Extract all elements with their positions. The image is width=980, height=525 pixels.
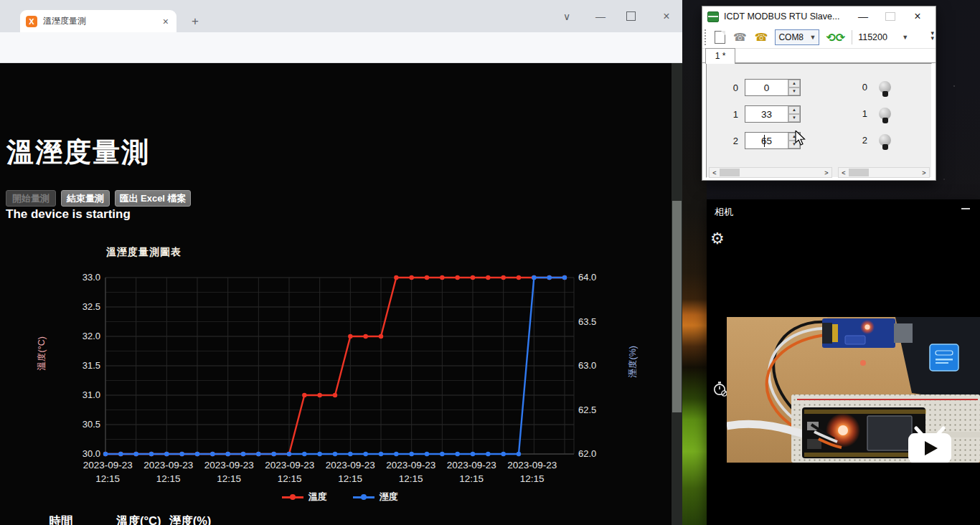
spin-down-arrow[interactable]: ▼ xyxy=(788,114,800,122)
axis-tick: 30.5 xyxy=(67,419,100,430)
table-header-row: 時間溫度(°C)溼度(%) xyxy=(7,512,222,525)
x-axis-ticks: 2023-09-2312:152023-09-2312:152023-09-23… xyxy=(77,458,562,486)
right-axis-ticks: 64.063.563.062.562.0 xyxy=(578,278,611,454)
registers-scrollbar[interactable]: < > xyxy=(709,167,832,178)
tab-close-icon[interactable]: × xyxy=(161,16,171,27)
data-point xyxy=(394,275,398,280)
data-point xyxy=(164,452,169,456)
browser-toolbar: ← → ⟳ ⌂ ▲ 不安全 192.168.0.102/20230921esp3… xyxy=(0,32,682,63)
data-point xyxy=(256,452,260,456)
baud-rate-select[interactable]: 115200 ▼ xyxy=(858,32,908,42)
axis-tick: 64.0 xyxy=(578,272,611,283)
register-value[interactable]: 0 xyxy=(745,82,788,93)
axis-tick: 2023-09-2312:15 xyxy=(260,458,321,486)
modbus-maximize-button[interactable] xyxy=(885,12,895,21)
legend-item[interactable]: 溼度 xyxy=(353,491,398,503)
camera-minimize-button[interactable] xyxy=(961,208,970,209)
new-tab-button[interactable]: + xyxy=(188,14,202,29)
window-minimize-button[interactable]: — xyxy=(590,9,611,24)
register-address: 1 xyxy=(710,109,738,120)
window-maximize-button[interactable] xyxy=(626,11,636,21)
data-point xyxy=(241,452,245,456)
spinner-buttons[interactable]: ▲▼ xyxy=(788,80,800,95)
modbus-close-button[interactable]: × xyxy=(905,10,930,23)
scroll-right-arrow[interactable]: > xyxy=(919,169,929,176)
scrollbar-thumb[interactable] xyxy=(720,169,740,176)
scroll-left-arrow[interactable]: < xyxy=(839,169,849,176)
browser-tab[interactable]: 溫溼度量測 × xyxy=(20,10,176,32)
axis-tick: 31.5 xyxy=(67,360,100,371)
com-dropdown-arrow: ▼ xyxy=(809,34,816,41)
data-point xyxy=(149,452,154,456)
refresh-ports-icon[interactable]: ⟲⟳ xyxy=(826,31,845,44)
data-point xyxy=(501,275,505,280)
spin-up-arrow[interactable]: ▲ xyxy=(788,106,800,114)
data-point xyxy=(425,452,429,456)
page-scrollbar-thumb[interactable] xyxy=(672,201,682,412)
chart-title: 溫溼度量測圖表 xyxy=(106,246,182,259)
window-close-button[interactable]: × xyxy=(656,9,677,24)
data-point xyxy=(379,334,383,339)
legend-label: 溼度 xyxy=(380,491,398,503)
register-value-input[interactable]: 65▲▼ xyxy=(745,132,801,149)
camera-window-title: 相机 xyxy=(715,206,733,219)
register-value-input[interactable]: 0▲▼ xyxy=(745,79,801,96)
data-point xyxy=(455,452,459,456)
export-excel-button[interactable]: 匯出 Excel 檔案 xyxy=(115,190,191,207)
data-point xyxy=(133,452,138,456)
start-measure-button[interactable]: 開始量測 xyxy=(6,190,56,207)
axis-tick: 31.0 xyxy=(67,389,100,400)
slave-tab-1[interactable]: 1 * xyxy=(705,48,735,64)
data-point xyxy=(225,452,230,456)
baud-dropdown-arrow: ▼ xyxy=(902,34,908,41)
modbus-slave-window: ICDT MODBUS RTU Slave... — × ☎ ☎ COM8 ▼ … xyxy=(702,6,936,181)
x-tick-date: 2023-09-23 xyxy=(260,458,321,472)
toolbar-overflow-icon[interactable]: ▾▾ xyxy=(930,31,934,41)
modbus-minimize-button[interactable]: — xyxy=(851,11,875,22)
stop-measure-button[interactable]: 結束量測 xyxy=(61,190,110,207)
data-point xyxy=(379,452,383,456)
data-point xyxy=(440,275,444,280)
data-point xyxy=(532,275,536,280)
new-document-icon[interactable] xyxy=(715,31,725,44)
data-point xyxy=(562,275,567,280)
text-caret xyxy=(764,135,765,147)
register-value[interactable]: 65 xyxy=(745,136,788,146)
register-value-input[interactable]: 33▲▼ xyxy=(745,105,801,123)
scroll-right-arrow[interactable]: > xyxy=(821,169,831,176)
tv-watermark-icon xyxy=(908,426,952,463)
modbus-window-title: ICDT MODBUS RTU Slave... xyxy=(724,11,851,22)
coil-address: 0 xyxy=(857,82,867,93)
disconnect-phone-icon[interactable]: ☎ xyxy=(733,31,747,44)
scroll-left-arrow[interactable]: < xyxy=(710,169,720,176)
legend-item[interactable]: 溫度 xyxy=(282,491,327,503)
axis-tick: 2023-09-2312:15 xyxy=(138,458,199,486)
data-point xyxy=(363,452,367,456)
data-point xyxy=(118,452,123,456)
axis-tick: 62.5 xyxy=(578,405,611,415)
spin-up-arrow[interactable]: ▲ xyxy=(788,80,800,88)
x-tick-time: 12:15 xyxy=(441,472,502,486)
data-point xyxy=(517,452,521,456)
window-chevron-icon[interactable]: ∨ xyxy=(556,9,578,24)
com-port-select[interactable]: COM8 ▼ xyxy=(775,29,819,45)
axis-tick: 33.0 xyxy=(67,272,100,283)
register-value[interactable]: 33 xyxy=(745,109,788,120)
spin-down-arrow[interactable]: ▼ xyxy=(788,88,800,95)
data-point xyxy=(210,452,215,456)
data-point xyxy=(409,452,413,456)
axis-tick: 62.0 xyxy=(578,448,611,459)
x-tick-date: 2023-09-23 xyxy=(381,458,442,472)
x-tick-date: 2023-09-23 xyxy=(441,458,502,472)
register-address: 0 xyxy=(710,82,738,93)
data-point xyxy=(440,452,444,456)
coil-row: 1 xyxy=(857,103,891,123)
scrollbar-thumb[interactable] xyxy=(849,169,869,176)
camera-settings-gear-icon[interactable]: ⚙ xyxy=(710,230,725,248)
coils-scrollbar[interactable]: < > xyxy=(838,167,930,178)
tab-strip: 溫溼度量測 × + ∨ — × xyxy=(0,0,682,32)
spinner-buttons[interactable]: ▲▼ xyxy=(788,106,800,122)
intel-sticker xyxy=(930,344,958,371)
connect-phone-icon[interactable]: ☎ xyxy=(755,31,768,44)
modbus-titlebar[interactable]: ICDT MODBUS RTU Slave... — × xyxy=(702,6,936,27)
